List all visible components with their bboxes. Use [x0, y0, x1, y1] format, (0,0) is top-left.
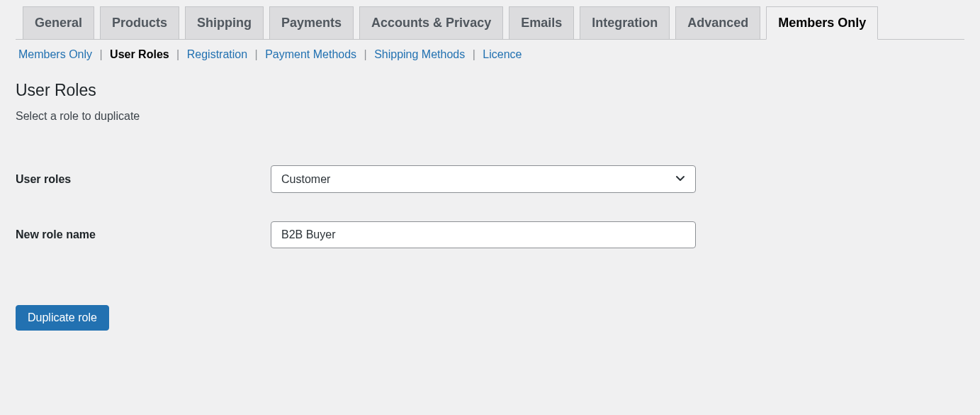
section-description: Select a role to duplicate — [16, 110, 964, 123]
user-roles-label: User roles — [16, 173, 71, 185]
tab-payments[interactable]: Payments — [269, 6, 354, 40]
settings-subtabs: Members Only | User Roles | Registration… — [16, 48, 964, 61]
subtab-shipping-methods[interactable]: Shipping Methods — [371, 48, 468, 60]
tab-products[interactable]: Products — [100, 6, 179, 40]
subtab-separator: | — [250, 48, 262, 60]
subtab-separator: | — [359, 48, 371, 60]
tab-integration[interactable]: Integration — [580, 6, 670, 40]
subtab-registration[interactable]: Registration — [184, 48, 250, 60]
subtab-licence[interactable]: Licence — [480, 48, 524, 60]
new-role-name-input[interactable] — [271, 221, 696, 248]
tab-advanced[interactable]: Advanced — [675, 6, 760, 40]
subtab-separator: | — [95, 48, 107, 60]
duplicate-role-button[interactable]: Duplicate role — [16, 305, 109, 331]
subtab-separator: | — [172, 48, 184, 60]
section-title: User Roles — [16, 81, 964, 100]
user-roles-select[interactable]: Customer — [271, 165, 696, 193]
subtab-payment-methods[interactable]: Payment Methods — [262, 48, 359, 60]
tab-accounts-privacy[interactable]: Accounts & Privacy — [359, 6, 503, 40]
tab-emails[interactable]: Emails — [509, 6, 574, 40]
subtab-separator: | — [468, 48, 480, 60]
tab-members-only[interactable]: Members Only — [766, 6, 878, 40]
tab-shipping[interactable]: Shipping — [185, 6, 264, 40]
tab-general[interactable]: General — [23, 6, 94, 40]
settings-tabs: GeneralProductsShippingPaymentsAccounts … — [16, 0, 964, 40]
new-role-name-label: New role name — [16, 228, 96, 240]
subtab-members-only[interactable]: Members Only — [16, 48, 95, 60]
settings-form-table: User roles Customer — [16, 151, 964, 262]
subtab-user-roles: User Roles — [107, 48, 172, 60]
